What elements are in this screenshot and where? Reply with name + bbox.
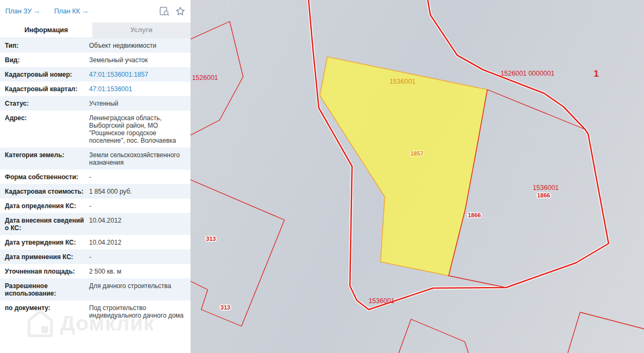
plan-kk-link[interactable]: План КК → bbox=[54, 8, 89, 15]
info-row: Кадастровая стоимость:1 854 000 руб. bbox=[0, 184, 191, 198]
info-row: по документу:Под строительство индивидуа… bbox=[0, 300, 191, 322]
row-label: Кадастровый номер: bbox=[0, 67, 89, 82]
row-label: Форма собственности: bbox=[0, 170, 89, 184]
row-value: Учтенный bbox=[89, 96, 191, 111]
info-row: Дата определения КС:- bbox=[0, 198, 191, 213]
panel-tabs: Информация Услуги bbox=[0, 23, 191, 38]
row-label: Кадастровый квартал: bbox=[0, 82, 89, 96]
row-value: - bbox=[89, 249, 191, 264]
row-value: 2 500 кв. м bbox=[89, 264, 191, 278]
row-value: 10.04.2012 bbox=[89, 213, 191, 235]
cadastral-map[interactable]: 1526001153600115260010000001118571536001… bbox=[191, 0, 644, 353]
row-value: - bbox=[89, 198, 191, 213]
row-value: Под строительство индивидуального дачног… bbox=[89, 300, 191, 322]
row-value: Земельный участок bbox=[89, 53, 191, 67]
row-label: Дата определения КС: bbox=[0, 198, 89, 213]
map-label-1: 1 bbox=[594, 69, 598, 79]
quarter-inner-line bbox=[487, 90, 585, 129]
info-row: Форма собственности:- bbox=[0, 170, 191, 184]
info-row: Дата утверждения КС:10.04.2012 bbox=[0, 235, 191, 249]
map-label-1526001: 1526001 bbox=[192, 74, 218, 82]
plan-zu-link[interactable]: План ЗУ → bbox=[5, 8, 40, 15]
row-label: Тип: bbox=[0, 38, 89, 53]
row-label: Уточненная площадь: bbox=[0, 264, 89, 278]
row-label: Дата применения КС: bbox=[0, 249, 89, 264]
info-row: Адрес:Ленинградская область, Выборгский … bbox=[0, 111, 191, 148]
row-label: Категория земель: bbox=[0, 148, 89, 170]
row-value: Ленинградская область, Выборгский район,… bbox=[89, 111, 191, 148]
map-label-0000001: 0000001 bbox=[529, 70, 555, 77]
info-row: Кадастровый номер:47:01:1536001:1857 bbox=[0, 67, 191, 82]
info-row: Статус:Учтенный bbox=[0, 96, 191, 111]
row-value: - bbox=[89, 170, 191, 184]
row-label: Дата утверждения КС: bbox=[0, 235, 89, 249]
row-label: Дата внесения сведений о КС: bbox=[0, 213, 89, 235]
parcel-bottom-center-outline bbox=[399, 319, 469, 353]
info-row: Дата применения КС:- bbox=[0, 249, 191, 264]
selected-parcel-1857[interactable] bbox=[320, 57, 487, 276]
map-label-1526001: 1526001 bbox=[501, 70, 527, 77]
info-row: Разрешенное использование:Для дачного ст… bbox=[0, 278, 191, 300]
info-row: Тип:Объект недвижимости bbox=[0, 38, 191, 53]
info-row: Кадастровый квартал:47:01:1536001 bbox=[0, 82, 191, 96]
map-label-1866: 1866 bbox=[537, 192, 550, 198]
map-label-1866: 1866 bbox=[468, 212, 481, 218]
row-label: Вид: bbox=[0, 53, 89, 67]
info-row: Категория земель:Земли сельскохозяйствен… bbox=[0, 148, 191, 170]
topbar-icons bbox=[159, 6, 185, 16]
row-label: Разрешенное использование: bbox=[0, 278, 89, 300]
info-row: Вид:Земельный участок bbox=[0, 53, 191, 67]
row-value: Объект недвижимости bbox=[89, 38, 191, 53]
row-label: Адрес: bbox=[0, 111, 89, 148]
map-svg: 1526001153600115260010000001118571536001… bbox=[191, 0, 644, 353]
map-label-1536001: 1536001 bbox=[533, 184, 559, 192]
map-label-1536001: 1536001 bbox=[369, 297, 395, 305]
map-label-1857: 1857 bbox=[411, 150, 423, 157]
info-row: Дата внесения сведений о КС:10.04.2012 bbox=[0, 213, 191, 235]
row-value: Для дачного строительства bbox=[89, 278, 191, 300]
parcel-313-outline bbox=[191, 180, 284, 326]
tab-information[interactable]: Информация bbox=[0, 23, 92, 38]
row-label: Статус: bbox=[0, 96, 89, 111]
map-label-1536001: 1536001 bbox=[390, 78, 416, 85]
star-icon[interactable] bbox=[175, 6, 185, 16]
info-table: Тип:Объект недвижимостиВид:Земельный уча… bbox=[0, 38, 191, 353]
map-label-313: 313 bbox=[221, 304, 230, 311]
row-value: 1 854 000 руб. bbox=[89, 184, 191, 198]
parcel-bottom-right-outline bbox=[568, 312, 644, 353]
row-label: по документу: bbox=[0, 300, 89, 322]
info-row: Уточненная площадь:2 500 кв. м bbox=[0, 264, 191, 278]
row-value-link[interactable]: 47:01:1536001 bbox=[89, 82, 191, 96]
row-value: Земли сельскохозяйственного назначения bbox=[89, 148, 191, 170]
preview-document-icon[interactable] bbox=[159, 6, 170, 16]
panel-topbar: План ЗУ → План КК → bbox=[0, 0, 191, 23]
row-value-link[interactable]: 47:01:1536001:1857 bbox=[89, 67, 191, 82]
row-label: Кадастровая стоимость: bbox=[0, 184, 89, 198]
map-label-313: 313 bbox=[206, 236, 216, 242]
tab-services[interactable]: Услуги bbox=[92, 23, 191, 38]
info-panel: План ЗУ → План КК → Информация Услуги Ти… bbox=[0, 0, 191, 353]
row-value: 10.04.2012 bbox=[89, 235, 191, 249]
